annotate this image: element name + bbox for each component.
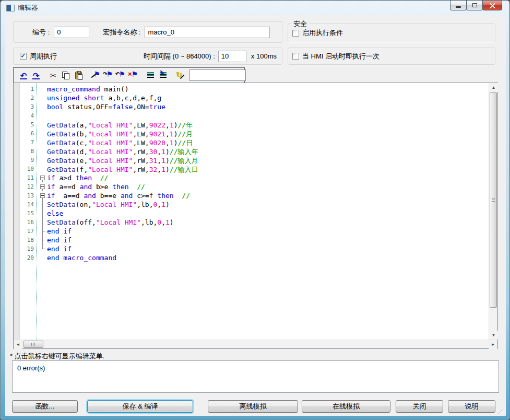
save-compile-button[interactable]: 保存 & 编译	[87, 400, 193, 413]
periodic-label: 周期执行	[30, 52, 57, 61]
code-area[interactable]: 1macro_command main()2unsigned short a,b…	[14, 83, 489, 340]
title-bar[interactable]: 编辑器	[1, 1, 509, 15]
bookmark-prev-icon	[116, 71, 125, 79]
vertical-scrollbar[interactable]: ▲ ▼	[489, 83, 497, 340]
horizontal-scrollbar[interactable]: ◄ ►	[14, 340, 497, 348]
block-indent-icon-button[interactable]	[144, 69, 157, 81]
token-number: 30	[149, 148, 158, 156]
macro-id-input[interactable]	[54, 27, 89, 38]
token-string: "Local HMI"	[88, 166, 133, 173]
token-number: 1	[161, 148, 165, 156]
app-icon	[6, 5, 15, 11]
run-on-startup-checkbox[interactable]	[292, 53, 299, 60]
token-keyword: then	[76, 174, 92, 182]
code-line[interactable]: 11if a>d then //	[14, 173, 489, 182]
macro-id-group: 编号 : 宏指令名称 :	[13, 21, 282, 43]
code-line[interactable]: 5GetData(a,"Local HMI",LW,9022,1)//年	[14, 120, 489, 129]
bookmark-prev-icon-button[interactable]	[114, 69, 127, 81]
scroll-down-button[interactable]: ▼	[489, 331, 498, 340]
periodic-checkbox[interactable]	[20, 53, 27, 60]
functions-button[interactable]: 函数...	[12, 400, 78, 413]
line-number: 15	[14, 209, 37, 218]
line-number: 8	[14, 147, 37, 156]
code-line[interactable]: 3bool status,OFF=false,ON=true	[14, 102, 489, 111]
fold-margin-cell	[37, 129, 47, 138]
scroll-left-button[interactable]: ◄	[14, 340, 22, 349]
token-string: "Local HMI"	[88, 139, 133, 147]
interval-unit-label: x 100ms	[251, 52, 277, 60]
code-line[interactable]: 9GetData(e,"Local HMI",rW,31,1)//输入月	[14, 156, 489, 165]
line-number: 7	[14, 138, 37, 147]
offline-simulation-button[interactable]: 离线模拟	[208, 400, 298, 413]
code-text: end if	[47, 227, 72, 236]
macro-name-input[interactable]	[145, 27, 270, 38]
fold-margin-cell	[37, 165, 47, 173]
token-plain: (on,	[76, 201, 92, 208]
token-comment: //	[182, 192, 190, 200]
token-number: 1	[170, 121, 174, 129]
token-plain: ,	[165, 139, 170, 147]
find-replace-icon-button[interactable]	[174, 69, 186, 81]
search-input[interactable]	[189, 69, 246, 81]
code-line[interactable]: 15else	[14, 209, 489, 218]
fold-toggle[interactable]	[37, 173, 47, 182]
scroll-right-button[interactable]: ►	[489, 340, 497, 349]
token-plain: (off,	[76, 218, 96, 226]
code-line[interactable]: 12if a==d and b>e then //	[14, 182, 489, 191]
undo-icon-button[interactable]	[17, 69, 30, 81]
horizontal-scroll-thumb[interactable]	[23, 341, 43, 348]
vertical-scroll-thumb[interactable]	[490, 92, 497, 308]
token-keyword: and	[84, 192, 96, 200]
line-number: 18	[14, 236, 37, 244]
fold-margin-cell	[37, 209, 47, 218]
bookmark-clear-icon-button[interactable]	[127, 69, 139, 81]
code-line[interactable]: 14SetData(on,"Local HMI",lb,0,1)	[14, 200, 489, 209]
code-line[interactable]: 16SetData(off,"Local HMI",lb,0,1)	[14, 218, 489, 227]
paste-icon-button[interactable]	[72, 69, 85, 81]
cut-icon-button[interactable]	[47, 69, 60, 81]
interval-input[interactable]	[218, 51, 246, 62]
close-dialog-button[interactable]: 关闭	[396, 400, 443, 413]
code-line[interactable]: 2unsigned short a,b,c,d,e,f,g	[14, 94, 489, 102]
line-number: 6	[14, 129, 37, 138]
code-line[interactable]: 1macro_command main()	[14, 85, 489, 94]
security-caption: 安全	[291, 19, 309, 29]
token-comment: //	[137, 183, 145, 191]
help-button[interactable]: 说明	[448, 400, 495, 413]
token-keyword: if	[47, 183, 55, 191]
maximize-button[interactable]	[466, 1, 483, 10]
close-button[interactable]	[482, 1, 502, 10]
code-line[interactable]: 20end macro_command	[14, 253, 489, 262]
online-simulation-button[interactable]: 在线模拟	[302, 400, 390, 413]
resize-grip[interactable]	[496, 407, 503, 414]
bookmark-next-icon-button[interactable]	[102, 69, 114, 81]
code-text: end if	[47, 236, 72, 244]
minimize-button[interactable]	[450, 1, 467, 10]
scroll-up-button[interactable]: ▲	[489, 83, 498, 92]
code-lines: 1macro_command main()2unsigned short a,b…	[14, 85, 489, 262]
token-plain: (c,	[76, 139, 88, 147]
code-text: GetData(e,"Local HMI",rW,31,1)//输入月	[47, 156, 198, 165]
code-line[interactable]: 7GetData(c,"Local HMI",LW,9020,1)//日	[14, 138, 489, 147]
fold-toggle[interactable]	[37, 191, 47, 200]
code-line[interactable]: 17end if	[14, 227, 489, 236]
code-line[interactable]: 6GetData(b,"Local HMI",LW,9021,1)//月	[14, 129, 489, 138]
goto-line-icon-button[interactable]	[157, 69, 169, 81]
code-text: bool status,OFF=false,ON=true	[47, 102, 165, 111]
code-line[interactable]: 13if a==d and b==e and c>=f then //	[14, 191, 489, 200]
token-plain: ,ON=	[133, 103, 149, 111]
code-line[interactable]: 8GetData(d,"Local HMI",rW,30,1)//输入年	[14, 147, 489, 156]
token-plain: a,b,c,d,e,f,g	[104, 94, 162, 102]
fold-toggle[interactable]	[37, 182, 47, 191]
code-line[interactable]: 18end if	[14, 236, 489, 244]
enable-condition-checkbox[interactable]	[292, 30, 299, 37]
copy-icon-button[interactable]	[60, 69, 72, 81]
token-plain: (a,	[76, 121, 88, 129]
redo-icon-button[interactable]	[30, 69, 42, 81]
code-line[interactable]: 19end if	[14, 244, 489, 253]
line-number: 17	[14, 227, 37, 236]
token-plain: (e,	[76, 157, 88, 165]
code-line[interactable]: 4	[14, 111, 489, 120]
bookmark-toggle-icon-button[interactable]	[89, 69, 102, 81]
code-line[interactable]: 10GetData(f,"Local HMI",rW,32,1)//输入日	[14, 165, 489, 173]
